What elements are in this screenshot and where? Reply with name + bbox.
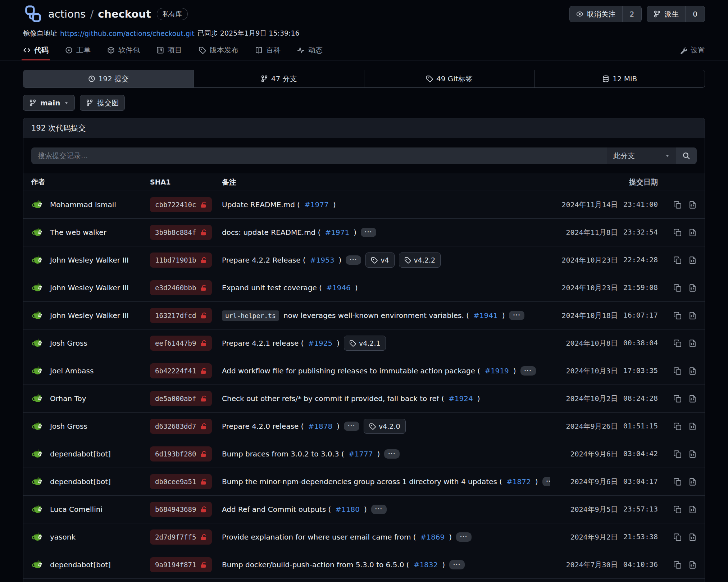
browse-source-button[interactable]: [688, 422, 697, 431]
stat-git-tags[interactable]: 49 Git标签: [364, 70, 534, 87]
commit-sha-link[interactable]: cbb722410c: [150, 197, 212, 212]
copy-sha-button[interactable]: [673, 422, 682, 431]
copy-sha-button[interactable]: [673, 312, 682, 320]
avatar[interactable]: [31, 475, 45, 488]
commit-author-name[interactable]: Josh Gross: [50, 339, 87, 347]
browse-source-button[interactable]: [688, 395, 697, 403]
expand-commit-button[interactable]: ···: [346, 255, 361, 265]
tab-wiki[interactable]: 百科: [255, 45, 281, 55]
commit-author-name[interactable]: John Wesley Walker III: [50, 311, 129, 320]
tab-code[interactable]: 代码: [23, 45, 49, 55]
copy-sha-button[interactable]: [673, 201, 682, 209]
issue-link[interactable]: #1180: [335, 505, 360, 514]
stat-commits[interactable]: 192 提交: [23, 70, 194, 87]
browse-source-button[interactable]: [688, 228, 697, 237]
commit-search-input[interactable]: [31, 147, 607, 164]
commit-sha-link[interactable]: 3b9b8c884f: [150, 225, 212, 240]
browse-source-button[interactable]: [688, 478, 697, 486]
browse-source-button[interactable]: [688, 201, 697, 209]
avatar[interactable]: [31, 198, 45, 212]
tag-button[interactable]: v4.2.1: [344, 336, 386, 351]
repo-owner-link[interactable]: actions: [48, 8, 86, 20]
browse-source-button[interactable]: [688, 450, 697, 458]
issue-link[interactable]: #1953: [310, 256, 335, 264]
watchers-count[interactable]: 2: [622, 6, 642, 22]
issue-link[interactable]: #1925: [308, 339, 333, 347]
avatar[interactable]: [31, 309, 45, 322]
issue-link[interactable]: #1872: [506, 477, 531, 486]
commit-author-name[interactable]: Orhan Toy: [50, 394, 86, 403]
commit-author-name[interactable]: Josh Gross: [50, 422, 87, 431]
expand-commit-button[interactable]: ···: [371, 505, 387, 514]
expand-commit-button[interactable]: ···: [520, 366, 536, 376]
browse-source-button[interactable]: [688, 561, 697, 569]
issue-link[interactable]: #1878: [308, 422, 333, 431]
commit-sha-link[interactable]: de5a000abf: [150, 391, 212, 406]
issue-link[interactable]: #1971: [325, 228, 349, 237]
browse-source-button[interactable]: [688, 256, 697, 264]
commit-author-name[interactable]: The web walker: [50, 228, 106, 237]
issue-link[interactable]: #1869: [420, 533, 445, 541]
copy-sha-button[interactable]: [673, 256, 682, 264]
commit-sha-link[interactable]: 2d7d9f7ff5: [150, 529, 212, 545]
forks-count[interactable]: 0: [685, 6, 705, 22]
mirror-url-link[interactable]: https://github.com/actions/checkout.git: [60, 29, 195, 37]
commit-author-name[interactable]: John Wesley Walker III: [50, 283, 129, 292]
issue-link[interactable]: #1977: [304, 200, 329, 209]
issue-link[interactable]: #1777: [349, 450, 373, 458]
avatar[interactable]: [31, 337, 45, 350]
avatar[interactable]: [31, 254, 45, 267]
tab-releases[interactable]: 版本发布: [199, 45, 238, 55]
tab-packages[interactable]: 软件包: [107, 45, 140, 55]
commit-author-name[interactable]: dependabot[bot]: [50, 477, 111, 486]
browse-source-button[interactable]: [688, 312, 697, 320]
copy-sha-button[interactable]: [673, 284, 682, 292]
copy-sha-button[interactable]: [673, 339, 682, 347]
tag-button[interactable]: v4.2.2: [399, 253, 441, 268]
fork-button[interactable]: 派生 0: [647, 6, 705, 22]
commit-sha-link[interactable]: eef61447b9: [150, 336, 212, 351]
copy-sha-button[interactable]: [673, 228, 682, 237]
commit-author-name[interactable]: Luca Comellini: [50, 505, 103, 514]
avatar[interactable]: [31, 531, 45, 544]
expand-commit-button[interactable]: ···: [344, 422, 359, 431]
avatar[interactable]: [31, 226, 45, 239]
issue-link[interactable]: #1941: [473, 311, 498, 320]
expand-commit-button[interactable]: ···: [361, 228, 376, 237]
commit-sha-link[interactable]: 9a9194f871: [150, 557, 212, 572]
issue-link[interactable]: #1924: [449, 394, 473, 403]
commit-author-name[interactable]: Mohammad Ismail: [50, 200, 116, 209]
tab-activity[interactable]: 动态: [297, 45, 323, 55]
commit-sha-link[interactable]: e3d2460bbb: [150, 280, 212, 295]
tag-button[interactable]: v4: [365, 253, 394, 268]
commit-author-name[interactable]: dependabot[bot]: [50, 450, 111, 458]
browse-source-button[interactable]: [688, 505, 697, 514]
browse-source-button[interactable]: [688, 533, 697, 541]
avatar[interactable]: [31, 447, 45, 461]
browse-source-button[interactable]: [688, 367, 697, 375]
commit-sha-link[interactable]: 163217dfcd: [150, 308, 212, 323]
expand-commit-button[interactable]: ···: [384, 449, 400, 459]
commit-search-button[interactable]: [676, 147, 697, 164]
issue-link[interactable]: #1919: [484, 367, 509, 375]
branch-filter-select[interactable]: 此分支: [607, 147, 676, 164]
commit-sha-link[interactable]: d632683dd7: [150, 419, 212, 434]
repo-name-link[interactable]: checkout: [98, 8, 151, 20]
copy-sha-button[interactable]: [673, 505, 682, 514]
copy-sha-button[interactable]: [673, 478, 682, 486]
issue-link[interactable]: #1946: [326, 283, 351, 292]
copy-sha-button[interactable]: [673, 533, 682, 541]
commit-author-name[interactable]: dependabot[bot]: [50, 560, 111, 569]
stat-size[interactable]: 12 MiB: [534, 70, 705, 87]
stat-branches[interactable]: 47 分支: [194, 70, 364, 87]
browse-source-button[interactable]: [688, 284, 697, 292]
commit-author-name[interactable]: yasonk: [50, 533, 76, 541]
avatar[interactable]: [31, 503, 45, 516]
commit-sha-link[interactable]: 11bd71901b: [150, 253, 212, 268]
expand-commit-button[interactable]: ···: [509, 311, 524, 320]
unwatch-button[interactable]: 取消关注 2: [569, 6, 642, 22]
expand-commit-button[interactable]: ···: [542, 477, 550, 486]
copy-sha-button[interactable]: [673, 561, 682, 569]
expand-commit-button[interactable]: ···: [449, 560, 465, 569]
avatar[interactable]: [31, 281, 45, 295]
